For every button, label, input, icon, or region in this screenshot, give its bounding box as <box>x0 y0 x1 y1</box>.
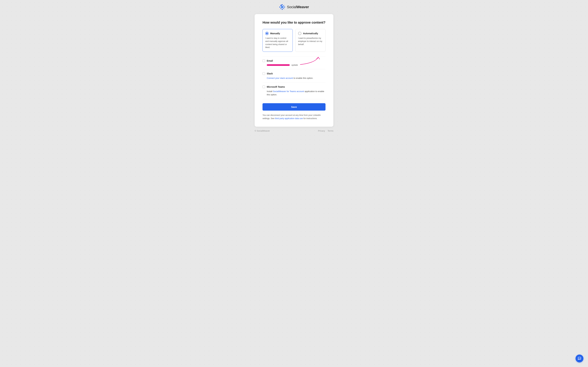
option-manually-desc: I want to stay in control and manually a… <box>265 37 290 49</box>
option-automatically[interactable]: Automatically I want to preauthorize my … <box>295 29 326 52</box>
chat-button[interactable] <box>576 355 583 362</box>
option-automatically-desc: I want to preauthorize my employer to in… <box>298 37 323 46</box>
radio-manually-inner <box>266 33 268 34</box>
approval-options: Manually I want to stay in control and m… <box>262 29 326 52</box>
email-label: Email <box>267 59 273 62</box>
teams-section: Microsoft Teams Install SocialWeaver for… <box>262 83 326 99</box>
teams-content: Install SocialWeaver for Teams account a… <box>262 90 326 96</box>
svg-rect-2 <box>279 7 280 8</box>
option-manually[interactable]: Manually I want to stay in control and m… <box>262 29 293 52</box>
chat-icon <box>578 357 581 360</box>
email-checkbox[interactable] <box>262 59 265 62</box>
teams-label: Microsoft Teams <box>267 85 285 88</box>
footer-links: Privacy · Terms <box>318 130 333 132</box>
option-automatically-label: Automatically <box>303 32 318 35</box>
logo-text: SocialWeaver <box>287 5 309 9</box>
teams-install-prefix: Install <box>267 90 273 92</box>
header: SocialWeaver <box>279 4 309 10</box>
disconnect-note: You can disconnect your account at any t… <box>262 114 326 120</box>
teams-checkbox[interactable] <box>262 85 265 88</box>
email-bar <box>267 64 290 66</box>
disconnect-link[interactable]: third party application data use <box>275 117 303 120</box>
logo-icon <box>279 4 285 10</box>
slack-connect-link[interactable]: Connect your slack account <box>267 77 293 79</box>
email-input-row: update <box>267 64 326 66</box>
slack-section: Slack Connect your slack account to enab… <box>262 69 326 83</box>
email-section: Email update <box>262 56 326 69</box>
svg-rect-3 <box>284 7 285 8</box>
slack-suffix: to enable this option. <box>293 77 313 79</box>
slack-content: Connect your slack account to enable thi… <box>262 76 326 79</box>
update-link[interactable]: update <box>291 64 298 66</box>
footer: © SocialWeaver Privacy · Terms <box>255 127 333 136</box>
save-button[interactable]: Save <box>262 103 326 111</box>
radio-manually <box>265 32 268 35</box>
main-card: How would you like to approve content? M… <box>255 14 333 127</box>
slack-label: Slack <box>267 72 273 75</box>
disconnect-suffix: for instructions. <box>303 117 317 120</box>
svg-rect-0 <box>282 4 283 5</box>
footer-terms-link[interactable]: Terms <box>328 130 333 132</box>
footer-copyright: © SocialWeaver <box>255 130 270 132</box>
footer-separator: · <box>326 130 327 132</box>
slack-checkbox[interactable] <box>262 72 265 75</box>
card-title: How would you like to approve content? <box>262 21 326 25</box>
svg-rect-1 <box>282 9 283 10</box>
footer-privacy-link[interactable]: Privacy <box>318 130 325 132</box>
teams-install-link[interactable]: SocialWeaver for Teams account <box>273 90 304 92</box>
radio-automatically <box>298 32 301 35</box>
option-manually-label: Manually <box>270 32 280 35</box>
email-input-container: update <box>262 64 326 66</box>
